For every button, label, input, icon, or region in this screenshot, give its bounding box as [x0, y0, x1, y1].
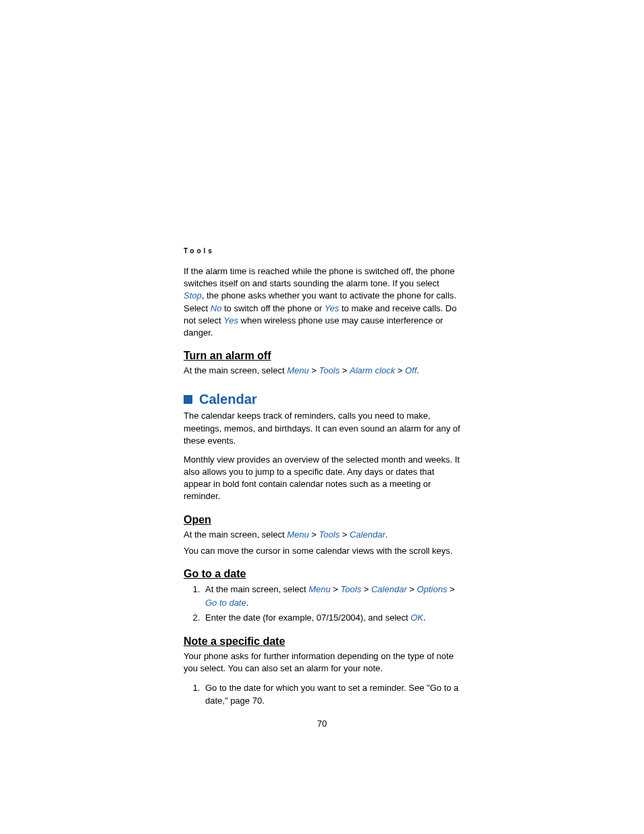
text: . [423, 613, 426, 623]
separator: > [340, 529, 350, 540]
text: Enter the date (for example, 07/15/2004)… [205, 613, 410, 623]
separator: > [309, 365, 319, 375]
menu-path-options: Options [417, 584, 448, 594]
text: At the main screen, select [205, 584, 308, 594]
text: At the main screen, select [184, 365, 287, 375]
paragraph-open-path: At the main screen, select Menu > Tools … [184, 529, 460, 541]
steps-note-date: Go to the date for which you want to set… [184, 681, 460, 708]
bullet-square-icon [184, 395, 192, 404]
text: If the alarm time is reached while the p… [184, 266, 455, 288]
heading-turn-alarm-off: Turn an alarm off [184, 350, 460, 362]
paragraph-open-cursor: You can move the cursor in some calendar… [184, 545, 460, 557]
text: . [246, 598, 249, 608]
separator: > [395, 365, 405, 375]
paragraph-calendar-intro: The calendar keeps track of reminders, c… [184, 410, 460, 447]
menu-path-menu: Menu [308, 584, 331, 594]
separator: > [447, 584, 454, 594]
text: At the main screen, select [184, 529, 287, 540]
separator: > [331, 584, 341, 594]
section-heading-calendar: Calendar [184, 392, 460, 407]
steps-go-to-date: At the main screen, select Menu > Tools … [184, 583, 460, 625]
list-item: At the main screen, select Menu > Tools … [203, 583, 460, 609]
menu-path-tools: Tools [319, 365, 340, 375]
ui-option-yes: Yes [325, 303, 340, 313]
menu-path-tools: Tools [341, 584, 362, 594]
menu-path-calendar: Calendar [371, 584, 407, 594]
separator: > [340, 365, 350, 375]
heading-note-specific-date: Note a specific date [184, 635, 460, 648]
menu-path-off: Off [405, 365, 417, 375]
text: . [417, 365, 419, 375]
paragraph-calendar-monthly: Monthly view provides an overview of the… [184, 454, 460, 503]
separator: > [361, 584, 371, 594]
menu-path-go-to-date: Go to date [205, 598, 246, 608]
menu-path-tools: Tools [319, 529, 340, 540]
paragraph-note-info: Your phone asks for further information … [184, 650, 460, 675]
page-number: 70 [184, 719, 460, 729]
heading-text: Calendar [199, 392, 257, 407]
ui-option-stop: Stop [184, 290, 202, 301]
paragraph-turn-off-path: At the main screen, select Menu > Tools … [184, 365, 460, 377]
menu-path-alarm-clock: Alarm clock [350, 365, 395, 375]
text: . [385, 529, 388, 540]
menu-path-menu: Menu [287, 529, 309, 540]
paragraph-alarm-off-info: If the alarm time is reached while the p… [184, 265, 460, 339]
menu-path-calendar: Calendar [350, 529, 385, 540]
ui-option-ok: OK [410, 613, 423, 623]
list-item: Go to the date for which you want to set… [203, 681, 460, 708]
ui-option-yes: Yes [223, 315, 238, 325]
heading-open: Open [184, 514, 460, 526]
text: to switch off the phone or [221, 303, 324, 313]
separator: > [407, 584, 417, 594]
menu-path-menu: Menu [287, 365, 309, 375]
separator: > [309, 529, 319, 540]
running-header: Tools [184, 247, 460, 255]
ui-option-no: No [211, 303, 222, 313]
heading-go-to-date: Go to a date [184, 568, 460, 580]
list-item: Enter the date (for example, 07/15/2004)… [203, 611, 460, 625]
document-page: Tools If the alarm time is reached while… [184, 247, 460, 729]
